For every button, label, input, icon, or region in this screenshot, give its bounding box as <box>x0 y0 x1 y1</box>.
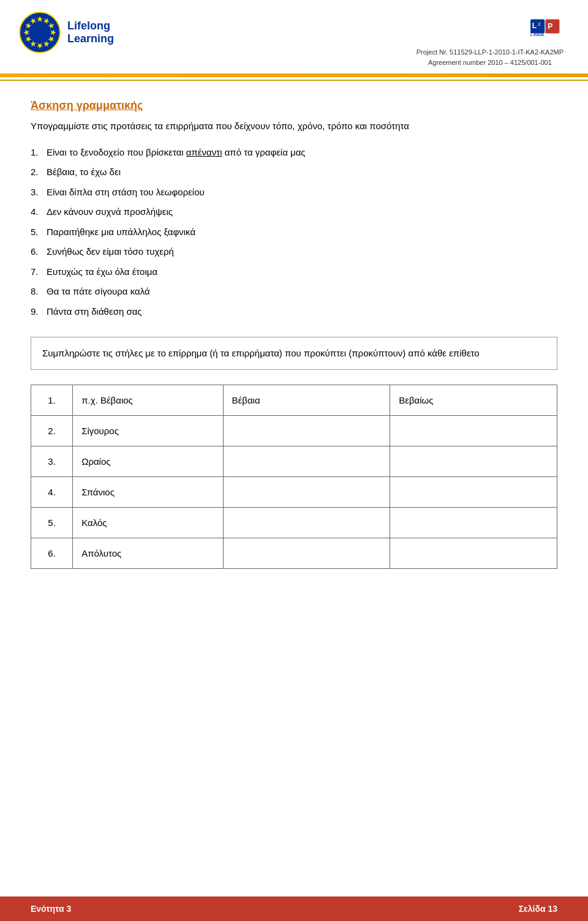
row-num: 3. <box>31 446 73 477</box>
section-title: Άσκηση γραμματικής <box>31 99 557 112</box>
adjective: Καλός <box>73 508 223 538</box>
adverb1 <box>223 416 390 446</box>
eu-logo-icon <box>18 11 61 54</box>
list-item: 3. Είναι δίπλα στη στάση του λεωφορείου <box>31 186 557 200</box>
instruction-box: Συμπληρώστε τις στήλες με το επίρρημα (ή… <box>31 337 557 370</box>
page-container: Lifelong Learning L 2 P L-PACK <box>0 0 588 921</box>
adverb2 <box>390 416 557 446</box>
list-item: 7. Ευτυχώς τα έχω όλα έτοιμα <box>31 265 557 279</box>
row-num: 6. <box>31 538 73 569</box>
project-info-line2: Agreement number 2010 – 4125/001-001 <box>417 58 564 68</box>
list-item: 9. Πάντα στη διάθεση σας <box>31 305 557 319</box>
list-item: 6. Συνήθως δεν είμαι τόσο τυχερή <box>31 245 557 259</box>
item-num: 8. <box>31 285 43 299</box>
svg-text:P: P <box>548 22 552 31</box>
item-num: 4. <box>31 205 43 219</box>
header: Lifelong Learning L 2 P L-PACK <box>0 0 588 73</box>
item-text: Είναι δίπλα στη στάση του λεωφορείου <box>47 186 205 200</box>
table-row: 4. Σπάνιος <box>31 477 557 508</box>
table-row: 1. π.χ. Βέβαιος Βέβαια Βεβαίως <box>31 385 557 416</box>
project-info-line1: Project Nr. 511529-LLP-1-2010-1-IT-KA2-K… <box>417 47 564 58</box>
exercise-list: 1. Είναι το ξενοδοχείο που βρίσκεται απέ… <box>31 146 557 319</box>
item-text: Είναι το ξενοδοχείο που βρίσκεται απέναν… <box>47 146 306 160</box>
svg-text:2: 2 <box>538 21 540 27</box>
footer-page: Σελίδα 13 <box>519 904 557 914</box>
adjective: Ωραίος <box>73 446 223 477</box>
row-num: 5. <box>31 508 73 538</box>
adverb1 <box>223 538 390 569</box>
header-divider-thin <box>0 80 588 81</box>
item-num: 5. <box>31 225 43 239</box>
project-info: Project Nr. 511529-LLP-1-2010-1-IT-KA2-K… <box>417 47 564 67</box>
item-num: 1. <box>31 146 43 160</box>
item-text: Πάντα στη διάθεση σας <box>47 305 142 319</box>
adverb1 <box>223 446 390 477</box>
lpack-logo: L 2 P L-PACK <box>530 11 564 45</box>
item-num: 9. <box>31 305 43 319</box>
fill-table: 1. π.χ. Βέβαιος Βέβαια Βεβαίως 2. Σίγουρ… <box>31 385 557 569</box>
item-num: 3. <box>31 186 43 200</box>
list-item: 5. Παραιτήθηκε μια υπάλληλος ξαφνικά <box>31 225 557 239</box>
item-text: Βέβαια, το έχω δει <box>47 165 121 179</box>
adjective: Σίγουρος <box>73 416 223 446</box>
second-instruction: Συμπληρώστε τις στήλες με το επίρρημα (ή… <box>42 346 546 361</box>
lifelong-learning-text: Lifelong Learning <box>67 20 114 45</box>
item-num: 2. <box>31 165 43 179</box>
logo-left: Lifelong Learning <box>18 11 114 54</box>
adjective: Σπάνιος <box>73 477 223 508</box>
item-text: Συνήθως δεν είμαι τόσο τυχερή <box>47 245 174 259</box>
item-num: 7. <box>31 265 43 279</box>
svg-text:L-PACK: L-PACK <box>530 33 545 37</box>
row-num: 4. <box>31 477 73 508</box>
list-item: 2. Βέβαια, το έχω δει <box>31 165 557 179</box>
main-content: Άσκηση γραμματικής Υπογραμμίστε στις προ… <box>0 93 588 748</box>
underlined-word: απέναντι <box>186 147 222 157</box>
table-row: 3. Ωραίος <box>31 446 557 477</box>
row-num: 2. <box>31 416 73 446</box>
adverb2 <box>390 446 557 477</box>
adverb1 <box>223 508 390 538</box>
row-num: 1. <box>31 385 73 416</box>
lifelong-label: Lifelong <box>67 20 114 32</box>
table-row: 6. Απόλυτος <box>31 538 557 569</box>
item-text: Θα τα πάτε σίγουρα καλά <box>47 285 150 299</box>
adverb1: Βέβαια <box>223 385 390 416</box>
main-instruction: Υπογραμμίστε στις προτάσεις τα επιρρήματ… <box>31 119 557 133</box>
list-item: 8. Θα τα πάτε σίγουρα καλά <box>31 285 557 299</box>
lpack-icon: L 2 P L-PACK <box>530 11 564 45</box>
table-row: 5. Καλός <box>31 508 557 538</box>
item-text: Δεν κάνουν συχνά προσλήψεις <box>47 205 173 219</box>
logo-right: L 2 P L-PACK Project Nr. 511529-LLP-1-20… <box>417 11 564 67</box>
list-item: 4. Δεν κάνουν συχνά προσλήψεις <box>31 205 557 219</box>
header-divider <box>0 73 588 77</box>
adverb2 <box>390 538 557 569</box>
adverb2 <box>390 477 557 508</box>
adjective: Απόλυτος <box>73 538 223 569</box>
list-item: 1. Είναι το ξενοδοχείο που βρίσκεται απέ… <box>31 146 557 160</box>
adverb2: Βεβαίως <box>390 385 557 416</box>
item-num: 6. <box>31 245 43 259</box>
item-text: Ευτυχώς τα έχω όλα έτοιμα <box>47 265 157 279</box>
adverb2 <box>390 508 557 538</box>
table-row: 2. Σίγουρος <box>31 416 557 446</box>
learning-label: Learning <box>67 32 114 45</box>
adverb1 <box>223 477 390 508</box>
footer-unit: Ενότητα 3 <box>31 904 71 914</box>
svg-text:L: L <box>532 21 537 30</box>
item-text: Παραιτήθηκε μια υπάλληλος ξαφνικά <box>47 225 195 239</box>
footer: Ενότητα 3 Σελίδα 13 <box>0 897 588 921</box>
example-label: π.χ. Βέβαιος <box>73 385 223 416</box>
